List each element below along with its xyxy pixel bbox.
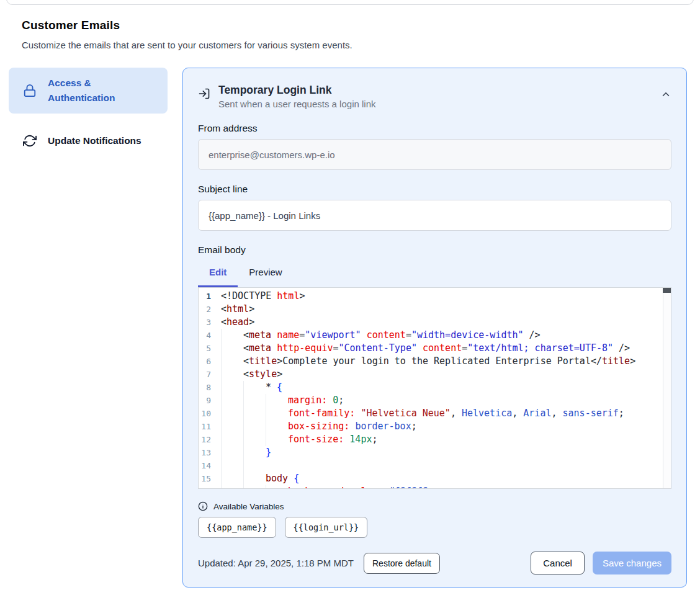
indent-guide [221, 420, 243, 433]
page-title: Customer Emails [22, 19, 678, 32]
code-text: background-color: #f6f6f6; [221, 485, 434, 489]
email-body-field: Email body Edit Preview 1<!DOCTYPE html>… [198, 244, 671, 489]
line-number: 1 [199, 290, 221, 303]
line-number: 10 [199, 407, 221, 420]
page-header: Customer Emails Customize the emails tha… [22, 19, 678, 50]
indent-guide [243, 459, 266, 472]
code-token: ; [428, 486, 434, 489]
code-line: 14 [199, 459, 671, 472]
code-token: = [462, 342, 467, 354]
code-text: font-size: 14px; [221, 433, 378, 446]
code-line: 15body { [199, 472, 671, 485]
code-token: Arial [523, 408, 551, 419]
code-text: } [221, 446, 271, 459]
code-token: body [266, 473, 288, 484]
code-token: > [249, 316, 254, 328]
variable-chip-login-url[interactable]: {{login_url}} [285, 517, 368, 538]
line-number: 13 [199, 446, 221, 459]
restore-default-button[interactable]: Restore default [364, 553, 440, 574]
tab-edit[interactable]: Edit [198, 263, 238, 287]
code-token: title [602, 355, 630, 367]
editor-scrollbar-thumb[interactable] [663, 288, 671, 293]
lock-icon [23, 84, 37, 97]
indent-guide [243, 446, 266, 459]
cancel-button[interactable]: Cancel [531, 552, 585, 574]
email-body-label: Email body [198, 244, 671, 256]
code-text: <head> [221, 316, 254, 329]
code-token: content [367, 329, 406, 341]
code-text: margin: 0; [221, 394, 344, 407]
code-text [221, 459, 266, 472]
code-token: > [277, 369, 282, 380]
from-address-field: From address [198, 123, 671, 170]
code-token: , [551, 408, 562, 419]
indent-guide [221, 355, 243, 368]
code-token: /> [524, 329, 541, 341]
indent-guide [266, 485, 288, 489]
code-token: margin: [288, 395, 333, 406]
code-token: ; [619, 408, 624, 419]
code-line: 2<html> [199, 303, 671, 316]
line-number: 6 [199, 355, 221, 368]
code-token: > [630, 355, 635, 367]
panel-footer: Updated: Apr 29, 2025, 1:18 PM MDT Resto… [198, 552, 671, 574]
subject-line-label: Subject line [198, 184, 671, 195]
code-line: 9margin: 0; [199, 394, 671, 407]
code-token: < [221, 316, 227, 328]
indent-guide [243, 433, 266, 446]
panel-header-text: Temporary Login Link Sent when a user re… [218, 84, 375, 109]
editor-scrollbar-track[interactable] [663, 288, 671, 488]
page-subtitle: Customize the emails that are sent to yo… [22, 40, 678, 50]
subject-line-input[interactable] [198, 200, 671, 231]
indent-guide [266, 407, 288, 420]
code-text: font-family: "Helvetica Neue", Helvetica… [221, 407, 624, 420]
code-line: 7<style> [199, 368, 671, 381]
code-token: #f6f6f6 [389, 486, 428, 489]
code-token: meta [249, 329, 271, 341]
code-token: background-color: [288, 486, 389, 489]
code-token: , [451, 408, 462, 419]
code-token: { [294, 473, 299, 484]
code-token: <!DOCTYPE [221, 290, 277, 302]
code-line: 8* { [199, 381, 671, 394]
sidebar-item-access-authentication[interactable]: Access & Authentication [9, 68, 168, 114]
sidebar-item-label: Update Notifications [48, 133, 141, 148]
code-token [417, 342, 423, 354]
indent-guide [243, 472, 266, 485]
tab-preview[interactable]: Preview [238, 263, 293, 287]
code-text: <title>Complete your login to the Replic… [221, 355, 635, 368]
line-number: 15 [199, 472, 221, 485]
code-token: box-sizing: [288, 421, 355, 432]
code-token: meta [249, 342, 271, 354]
indent-guide [221, 368, 243, 381]
code-line: 3<head> [199, 316, 671, 329]
code-token: "Content-Type" [339, 342, 417, 354]
from-address-input[interactable] [198, 139, 671, 170]
collapse-button[interactable] [660, 89, 671, 100]
sidebar-item-update-notifications[interactable]: Update Notifications [9, 125, 168, 156]
code-token: ; [338, 395, 344, 406]
code-token: { [277, 382, 282, 393]
code-token: content [423, 342, 462, 354]
variable-chip-app-name[interactable]: {{app_name}} [198, 517, 276, 538]
variable-chips: {{app_name}} {{login_url}} [198, 517, 671, 538]
code-line: 12font-size: 14px; [199, 433, 671, 446]
code-line: 13} [199, 446, 671, 459]
line-number: 16 [199, 485, 221, 489]
code-line: 5<meta http-equiv="Content-Type" content… [199, 342, 671, 355]
indent-guide [221, 407, 243, 420]
code-token [288, 473, 294, 484]
code-text: <!DOCTYPE html> [221, 290, 305, 303]
indent-guide [243, 420, 266, 433]
code-editor[interactable]: 1<!DOCTYPE html>2<html>3<head>4<meta nam… [198, 287, 671, 489]
from-address-label: From address [198, 123, 671, 134]
line-number: 3 [199, 316, 221, 329]
code-token [271, 342, 277, 354]
indent-guide [221, 381, 243, 394]
panel-subtitle: Sent when a user requests a login link [218, 99, 375, 109]
indent-guide [243, 394, 266, 407]
code-token: html [277, 290, 299, 302]
code-token: name [277, 329, 299, 341]
save-changes-button[interactable]: Save changes [593, 552, 671, 574]
indent-guide [243, 407, 266, 420]
